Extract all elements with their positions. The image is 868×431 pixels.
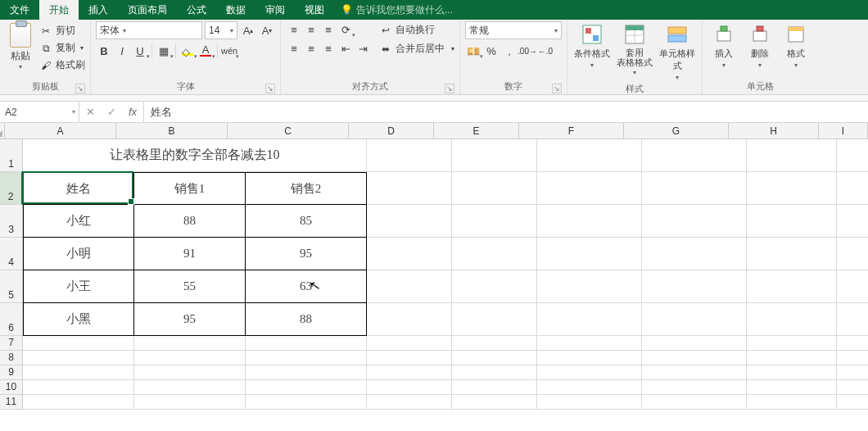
tab-formulas[interactable]: 公式 bbox=[177, 0, 216, 20]
cell-G6[interactable] bbox=[642, 303, 747, 336]
cancel-button[interactable]: ✕ bbox=[79, 106, 101, 118]
tab-data[interactable]: 数据 bbox=[216, 0, 255, 20]
column-header-G[interactable]: G bbox=[624, 123, 729, 139]
cell-E2[interactable] bbox=[452, 172, 537, 205]
cell-F7[interactable] bbox=[537, 336, 642, 351]
cell-I2[interactable] bbox=[837, 172, 868, 205]
cell-H11[interactable] bbox=[747, 395, 837, 410]
format-painter-button[interactable]: 🖌格式刷 bbox=[39, 57, 85, 73]
cell-D7[interactable] bbox=[367, 336, 452, 351]
align-top-button[interactable]: ≡ bbox=[286, 21, 302, 38]
column-header-F[interactable]: F bbox=[519, 123, 624, 139]
cell-H1[interactable] bbox=[747, 139, 837, 172]
cell-E1[interactable] bbox=[452, 139, 537, 172]
cell-E10[interactable] bbox=[452, 380, 537, 395]
cell-E5[interactable] bbox=[452, 270, 537, 303]
cell-F5[interactable] bbox=[537, 270, 642, 303]
cell-I4[interactable] bbox=[837, 238, 868, 270]
cell-H7[interactable] bbox=[747, 336, 837, 351]
cell-D10[interactable] bbox=[367, 380, 452, 395]
cell-A2[interactable]: 姓名 bbox=[23, 172, 134, 205]
cell-B3[interactable]: 88 bbox=[134, 205, 246, 238]
cell-A3[interactable]: 小红 bbox=[23, 205, 134, 238]
format-cells-button[interactable]: 格式▾ bbox=[780, 21, 812, 69]
decrease-font-button[interactable]: A▾ bbox=[259, 22, 275, 39]
cut-button[interactable]: ✂剪切 bbox=[39, 23, 85, 39]
cell-C2[interactable]: 销售2 bbox=[246, 172, 367, 205]
font-size-combo[interactable]: 14▾ bbox=[205, 21, 237, 39]
phonetic-button[interactable]: wén▾ bbox=[221, 43, 237, 59]
cell-A11[interactable] bbox=[23, 395, 134, 410]
dialog-launcher-icon[interactable]: ↘ bbox=[265, 84, 275, 93]
number-format-combo[interactable]: 常规▾ bbox=[465, 21, 562, 39]
cell-F3[interactable] bbox=[537, 205, 642, 238]
cell-E8[interactable] bbox=[452, 351, 537, 365]
cell-B7[interactable] bbox=[134, 336, 246, 351]
accounting-format-button[interactable]: 💴▾ bbox=[465, 43, 481, 59]
cell-H3[interactable] bbox=[747, 205, 837, 238]
cell-D5[interactable] bbox=[367, 270, 452, 303]
cell-G11[interactable] bbox=[642, 395, 747, 410]
delete-cells-button[interactable]: 删除▾ bbox=[744, 21, 776, 69]
cell-G1[interactable] bbox=[642, 139, 747, 172]
cell-B9[interactable] bbox=[134, 365, 246, 380]
cell-I9[interactable] bbox=[837, 365, 868, 380]
enter-button[interactable]: ✓ bbox=[101, 106, 122, 118]
row-header-1[interactable]: 1 bbox=[0, 139, 23, 172]
cell-B5[interactable]: 55 bbox=[134, 270, 246, 303]
cell-D9[interactable] bbox=[367, 365, 452, 380]
cell-H4[interactable] bbox=[747, 238, 837, 270]
cell-H10[interactable] bbox=[747, 380, 837, 395]
cell-I10[interactable] bbox=[837, 380, 868, 395]
cell-F2[interactable] bbox=[537, 172, 642, 205]
cell-C10[interactable] bbox=[246, 380, 367, 395]
tab-insert[interactable]: 插入 bbox=[79, 0, 118, 20]
cell-G3[interactable] bbox=[642, 205, 747, 238]
column-header-D[interactable]: D bbox=[349, 123, 434, 139]
align-right-button[interactable]: ≡ bbox=[320, 40, 337, 57]
merge-center-button[interactable]: ⬌合并后居中▾ bbox=[379, 42, 454, 56]
cell-G8[interactable] bbox=[642, 351, 747, 365]
row-header-6[interactable]: 6 bbox=[0, 303, 23, 336]
format-as-table-button[interactable]: 套用 表格格式▾ bbox=[615, 21, 654, 76]
cell-A10[interactable] bbox=[23, 380, 134, 395]
orientation-button[interactable]: ⟳▾ bbox=[337, 21, 354, 38]
row-header-7[interactable]: 7 bbox=[0, 336, 23, 351]
cell-C8[interactable] bbox=[246, 351, 367, 365]
cell-B10[interactable] bbox=[134, 380, 246, 395]
wrap-text-button[interactable]: ↩自动换行 bbox=[379, 23, 454, 37]
tell-me[interactable]: 💡 告诉我您想要做什么... bbox=[334, 0, 459, 20]
cell-C5[interactable]: 63 bbox=[246, 270, 367, 303]
increase-indent-button[interactable]: ⇥ bbox=[355, 40, 371, 57]
dialog-launcher-icon[interactable]: ↘ bbox=[445, 84, 454, 93]
conditional-format-button[interactable]: 条件格式▾ bbox=[572, 21, 612, 69]
cell-G7[interactable] bbox=[642, 336, 747, 351]
cell-A4[interactable]: 小明 bbox=[23, 238, 134, 270]
tab-home[interactable]: 开始 bbox=[39, 0, 79, 20]
cell-F4[interactable] bbox=[537, 238, 642, 270]
insert-cells-button[interactable]: 插入▾ bbox=[708, 21, 740, 69]
select-all-button[interactable] bbox=[0, 123, 5, 139]
cell-C7[interactable] bbox=[246, 336, 367, 351]
cell-D2[interactable] bbox=[367, 172, 452, 205]
cell-G5[interactable] bbox=[642, 270, 747, 303]
paste-button[interactable]: 粘贴 ▾ bbox=[5, 21, 36, 70]
cell-F8[interactable] bbox=[537, 351, 642, 365]
row-header-11[interactable]: 11 bbox=[0, 395, 23, 410]
cell-D1[interactable] bbox=[367, 139, 452, 172]
row-header-8[interactable]: 8 bbox=[0, 351, 23, 365]
align-bottom-button[interactable]: ≡ bbox=[320, 21, 337, 38]
column-header-I[interactable]: I bbox=[819, 123, 868, 139]
cell-F6[interactable] bbox=[537, 303, 642, 336]
cell-I11[interactable] bbox=[837, 395, 868, 410]
font-name-combo[interactable]: 宋体▾ bbox=[96, 21, 202, 39]
cell-H2[interactable] bbox=[747, 172, 837, 205]
cell-D11[interactable] bbox=[367, 395, 452, 410]
cell-F1[interactable] bbox=[537, 139, 642, 172]
column-header-B[interactable]: B bbox=[116, 123, 228, 139]
cells-area[interactable]: ↖ 让表格里的数字全部各减去10姓名销售1销售2小红8885小明9195小王55… bbox=[23, 139, 868, 410]
decrease-decimal-button[interactable]: ←.0 bbox=[537, 43, 554, 59]
cell-C6[interactable]: 88 bbox=[246, 303, 367, 336]
increase-decimal-button[interactable]: .00→ bbox=[519, 43, 536, 59]
cell-D4[interactable] bbox=[367, 238, 452, 270]
